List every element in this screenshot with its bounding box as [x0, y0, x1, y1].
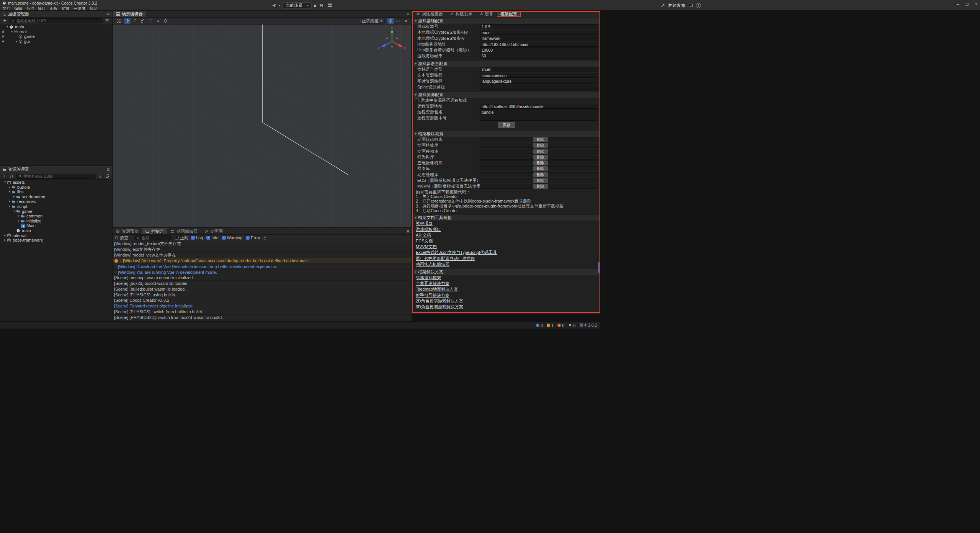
play-button[interactable]: ▶ [314, 3, 317, 8]
light-toggle-button[interactable] [387, 18, 394, 24]
config-input[interactable] [480, 104, 598, 109]
solution-link[interactable]: 战旗游戏框架 [413, 275, 600, 281]
preview-platform-icon[interactable] [272, 3, 276, 8]
expand-arrow-icon[interactable]: › [114, 264, 118, 268]
tab-build-publish[interactable]: 构建发布 [446, 11, 476, 17]
filter-icon[interactable] [105, 18, 110, 23]
asset-node[interactable]: TS oops-framework [0, 238, 112, 243]
doc-link[interactable]: MVVM文档 [413, 244, 600, 250]
delete-module-button[interactable]: 删除 [533, 137, 548, 142]
delete-module-button[interactable]: 删除 [533, 143, 548, 148]
config-input[interactable] [480, 79, 598, 84]
console-log-row[interactable]: ! › [Scene] [PHYSICS]: switch from built… [113, 309, 412, 315]
add-asset-button[interactable]: + [2, 173, 7, 179]
console-log-row[interactable]: ! › [Window] ecs文件夹存在 [113, 247, 412, 253]
console-log-row[interactable]: ! › [Window] Download the Vue Devtools e… [113, 264, 412, 270]
layout-grid-icon[interactable] [328, 3, 332, 8]
delete-module-button[interactable]: 删除 [533, 178, 548, 183]
asset-node[interactable]: TS resources [0, 199, 112, 204]
tab-animation-graph[interactable]: 动画图 [201, 228, 226, 234]
panel-layout-icon[interactable] [688, 3, 693, 8]
filter-icon[interactable] [98, 173, 103, 179]
chevron-icon[interactable] [3, 233, 7, 238]
notification-count[interactable]: 0 [568, 323, 575, 328]
chevron-icon[interactable] [12, 195, 16, 199]
console-log-row[interactable]: ! › [Window] model_view文件夹存在 [113, 253, 412, 258]
chevron-icon[interactable] [17, 219, 21, 224]
section-language[interactable]: ▾ 游戏多语言配置 [413, 61, 600, 67]
config-input[interactable] [480, 24, 598, 29]
minimize-button[interactable]: – [957, 2, 959, 7]
asset-node[interactable]: TS assets [0, 180, 112, 185]
assets-search[interactable] [16, 174, 96, 179]
export-log-icon[interactable] [263, 236, 267, 240]
panel-menu-icon[interactable]: ≡ [407, 229, 409, 234]
log-filter-checkbox[interactable]: Log [191, 235, 203, 240]
tab-inspector[interactable]: 属性检查器 [413, 11, 446, 17]
chevron-icon[interactable] [5, 25, 9, 29]
log-filter-checkbox[interactable]: Info [206, 235, 218, 240]
doc-link[interactable]: Excel格式转Json文件与TypeScript代码工具 [413, 250, 600, 255]
remote-load-checkbox[interactable] [415, 98, 419, 102]
asset-node[interactable]: TS common [0, 214, 112, 219]
move-tool-button[interactable] [124, 18, 131, 24]
delete-module-button[interactable]: 删除 [533, 160, 548, 165]
solution-link[interactable]: 3D角色扮演游戏解决方案 [413, 304, 600, 310]
panel-menu-icon[interactable]: ≡ [107, 167, 109, 172]
section-solutions[interactable]: ▾ 框架解决方案 [413, 269, 600, 275]
delete-module-button[interactable]: 删除 [533, 184, 548, 189]
step-button[interactable] [319, 3, 324, 8]
section-resources[interactable]: ▾ 游戏资源配置 [413, 92, 600, 98]
config-input[interactable] [480, 85, 598, 90]
config-input[interactable] [480, 110, 598, 114]
config-input[interactable] [480, 47, 598, 52]
config-input[interactable] [480, 36, 598, 41]
console-log-row[interactable]: ! › [Scene] Forward render pipeline init… [113, 303, 412, 309]
pivot-tool-button[interactable] [155, 18, 161, 24]
config-input[interactable] [480, 42, 598, 47]
help-icon[interactable]: ? [696, 3, 701, 8]
tab-animation-editor[interactable]: 动画编辑器 [167, 228, 201, 234]
chevron-icon[interactable] [10, 29, 14, 34]
config-input[interactable] [480, 116, 598, 121]
doc-link[interactable]: 原生包热更新配置自动生成插件 [413, 256, 600, 262]
asset-node[interactable]: TS main [0, 228, 112, 233]
panel-menu-icon[interactable]: ≡ [107, 11, 109, 17]
config-input[interactable] [480, 73, 598, 78]
section-docs[interactable]: ▾ 框架文档工具链接 [413, 215, 600, 221]
build-publish-button[interactable]: 构建发布 [668, 3, 685, 8]
console-log-row[interactable]: ! › [Scene] meshopt wasm decoder initial… [113, 275, 412, 281]
console-log-row[interactable]: ! › [Window] You are running Vue in deve… [113, 270, 412, 275]
chevron-icon[interactable] [3, 238, 7, 243]
tab-framework-config[interactable]: 框架配置 [497, 11, 521, 17]
delete-module-button[interactable]: 删除 [533, 149, 548, 154]
log-filter-checkbox[interactable]: Error [246, 235, 260, 240]
console-log-row[interactable]: ! › [Scene] Cocos Creator v3.8.2 [113, 298, 412, 304]
chevron-icon[interactable] [15, 39, 18, 44]
config-input[interactable] [480, 54, 598, 59]
gizmo-settings-button[interactable] [403, 18, 409, 24]
scale-tool-button[interactable] [139, 18, 146, 24]
error-count[interactable]: 0 [557, 323, 564, 328]
scrollbar-thumb[interactable] [598, 262, 600, 273]
warning-count[interactable]: 1 [547, 323, 554, 328]
console-log-row[interactable]: ! › [Scene] [bullet]:bullet wasm lib loa… [113, 286, 412, 292]
console-search-input[interactable] [142, 236, 170, 240]
rotate-tool-button[interactable] [132, 18, 138, 24]
console-log-row[interactable]: ! › [Window] render_texture文件夹存在 [113, 241, 412, 247]
log-filter-checkbox[interactable]: Warning [222, 235, 243, 240]
solution-link[interactable]: Tiledmap地图解决方案 [413, 286, 600, 292]
camera-button[interactable] [395, 18, 402, 24]
doc-link[interactable]: 教程项目 [413, 221, 600, 226]
hierarchy-node[interactable]: TS main [0, 25, 112, 29]
inspector-scrollbar[interactable] [598, 17, 600, 313]
delete-module-button[interactable]: 删除 [533, 155, 548, 160]
hierarchy-node[interactable]: TS root [0, 29, 112, 34]
chevron-icon[interactable] [17, 214, 21, 219]
hierarchy-node[interactable]: TS gui [0, 39, 112, 44]
close-button[interactable]: × [975, 2, 978, 7]
scene-select[interactable]: 当前场景 ▾ [283, 2, 312, 9]
expand-arrow-icon[interactable]: › [119, 259, 123, 263]
doc-link[interactable]: 游戏模板项目 [413, 227, 600, 232]
console-search[interactable] [134, 235, 172, 240]
